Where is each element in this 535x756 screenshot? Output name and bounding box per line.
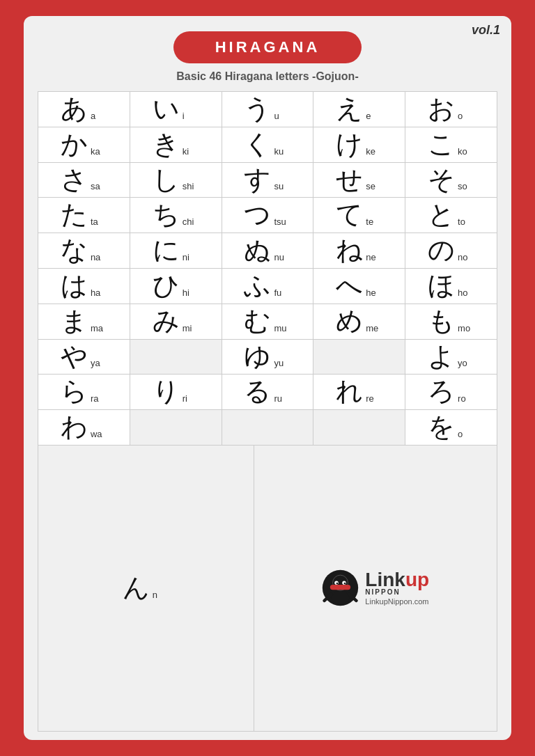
romaji-n: n xyxy=(153,590,169,600)
cell-r2-c3: せse xyxy=(313,162,405,198)
kana-sa: さ xyxy=(61,166,88,195)
romaji-u: u xyxy=(274,111,290,121)
kana-mo: も xyxy=(428,307,455,336)
kana-ho: ほ xyxy=(428,271,455,301)
ninja-icon xyxy=(321,569,359,607)
kana-nu: ぬ xyxy=(244,236,271,265)
kana-fu: ふ xyxy=(244,271,271,301)
footer-table: ん n xyxy=(38,445,497,732)
cell-r9-c1 xyxy=(130,410,222,446)
cell-r9-c3 xyxy=(313,410,405,446)
linkup-brand-text: Linkup NIPPON LinkupNippon.com xyxy=(365,570,429,606)
kana-ra: ら xyxy=(61,377,88,407)
cell-r1-c4: こko xyxy=(405,127,497,162)
romaji-ku: ku xyxy=(274,146,290,157)
kana-he: へ xyxy=(336,271,363,301)
romaji-so: so xyxy=(458,181,474,191)
romaji-mi: mi xyxy=(183,323,199,333)
romaji-ki: ki xyxy=(183,146,199,157)
romaji-o: o xyxy=(458,111,474,121)
kana-ri: り xyxy=(153,377,180,407)
cell-r7-c1 xyxy=(130,339,222,375)
cell-r8-c1: りri xyxy=(130,375,222,410)
cell-r2-c2: すsu xyxy=(222,162,313,198)
romaji-ma: ma xyxy=(91,323,107,333)
kana-e: え xyxy=(336,95,363,124)
cell-r4-c4: のno xyxy=(405,233,497,269)
kana-ma: ま xyxy=(61,307,88,336)
kana-yo: よ xyxy=(428,342,455,372)
kana-mi: み xyxy=(153,307,180,336)
cell-r9-c4: をo xyxy=(405,410,497,446)
romaji-ri: ri xyxy=(183,393,199,404)
romaji-me: me xyxy=(366,323,382,333)
cell-r4-c3: ねne xyxy=(313,233,405,269)
kana-re: れ xyxy=(336,377,363,407)
kana-ni: に xyxy=(153,236,180,265)
n-cell: ん n xyxy=(38,445,254,731)
svg-point-5 xyxy=(336,583,339,585)
romaji-ru: ru xyxy=(274,393,290,404)
romaji-shi: shi xyxy=(183,181,199,191)
kana-na: な xyxy=(61,236,88,265)
romaji-no: no xyxy=(458,252,474,262)
cell-r0-c0: あa xyxy=(38,92,130,127)
romaji-ho: ho xyxy=(458,288,474,298)
romaji-ra: ra xyxy=(91,393,107,404)
link-part: Link xyxy=(365,569,405,590)
kana-wa: わ xyxy=(61,413,88,442)
cell-r6-c1: みmi xyxy=(130,304,222,339)
romaji-ko: ko xyxy=(458,146,474,157)
cell-r8-c3: れre xyxy=(313,375,405,410)
cell-r4-c0: なna xyxy=(38,233,130,269)
svg-point-7 xyxy=(332,592,350,604)
kana-ha: は xyxy=(61,271,88,301)
romaji-a: a xyxy=(91,111,107,121)
romaji-mu: mu xyxy=(274,323,290,333)
romaji-o: o xyxy=(458,429,474,439)
kana-se: せ xyxy=(336,166,363,195)
kana-o: を xyxy=(428,413,455,442)
cell-r6-c4: もmo xyxy=(405,304,497,339)
cell-r0-c1: いi xyxy=(130,92,222,127)
romaji-fu: fu xyxy=(274,288,290,298)
kana-tsu: つ xyxy=(244,200,271,230)
romaji-yu: yu xyxy=(274,358,290,368)
kana-ru: る xyxy=(244,377,271,407)
main-page: vol.1 HIRAGANA Basic 46 Hiragana letters… xyxy=(24,16,511,740)
svg-rect-2 xyxy=(330,585,350,590)
cell-r6-c0: まma xyxy=(38,304,130,339)
cell-r3-c4: とto xyxy=(405,198,497,233)
romaji-tsu: tsu xyxy=(274,216,290,227)
kana-n: ん xyxy=(123,574,150,603)
kana-hi: ひ xyxy=(153,271,180,301)
kana-to: と xyxy=(428,200,455,230)
kana-o: お xyxy=(428,95,455,124)
cell-r1-c1: きki xyxy=(130,127,222,162)
kana-ya: や xyxy=(61,342,88,372)
romaji-ni: ni xyxy=(183,252,199,262)
cell-r3-c3: てte xyxy=(313,198,405,233)
cell-r3-c0: たta xyxy=(38,198,130,233)
kana-no: の xyxy=(428,236,455,265)
logo-area: Linkup NIPPON LinkupNippon.com xyxy=(256,565,496,611)
cell-r1-c3: けke xyxy=(313,127,405,162)
cell-r8-c2: るru xyxy=(222,375,313,410)
cell-r3-c1: ちchi xyxy=(130,198,222,233)
cell-r7-c4: よyo xyxy=(405,339,497,375)
romaji-ka: ka xyxy=(91,146,107,157)
kana-u: う xyxy=(244,95,271,124)
cell-r7-c3 xyxy=(313,339,405,375)
vol-label: vol.1 xyxy=(472,23,500,38)
cell-r1-c2: くku xyxy=(222,127,313,162)
kana-yu: ゆ xyxy=(244,342,271,372)
romaji-re: re xyxy=(366,393,382,404)
romaji-wa: wa xyxy=(91,429,107,439)
cell-r6-c3: めme xyxy=(313,304,405,339)
title-badge: HIRAGANA xyxy=(173,31,362,63)
romaji-he: he xyxy=(366,288,382,298)
kana-ne: ね xyxy=(336,236,363,265)
cell-r9-c2 xyxy=(222,410,313,446)
romaji-to: to xyxy=(458,216,474,227)
cell-r0-c4: おo xyxy=(405,92,497,127)
